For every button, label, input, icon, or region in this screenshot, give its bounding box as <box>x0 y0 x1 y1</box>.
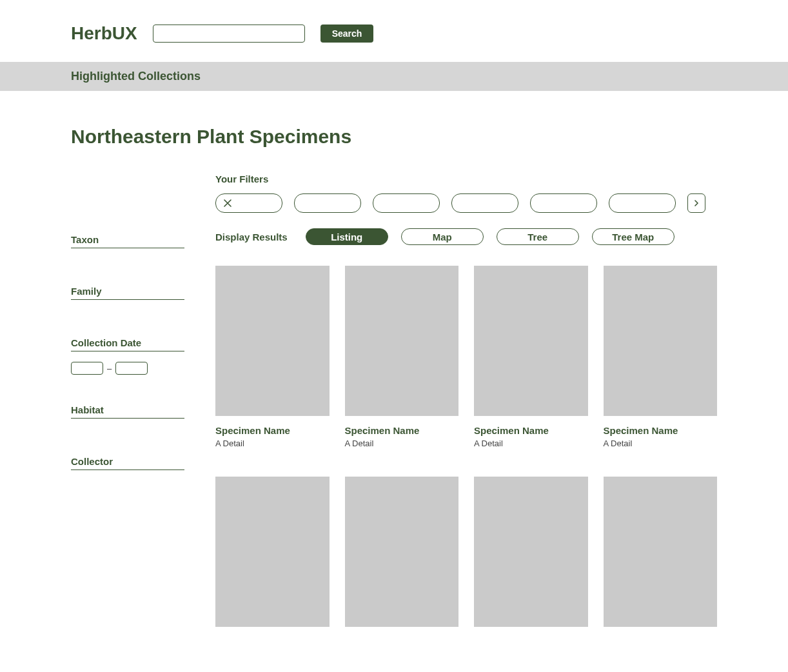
specimen-name: Specimen Name <box>215 425 330 436</box>
your-filters-label: Your Filters <box>215 173 717 184</box>
chevron-right-icon <box>693 197 700 209</box>
filter-label-collection-date: Collection Date <box>71 337 184 351</box>
specimen-thumbnail <box>215 477 330 627</box>
main-panel: Your Filters <box>215 173 717 636</box>
filter-chip[interactable] <box>294 193 361 213</box>
filter-chip[interactable] <box>373 193 440 213</box>
filter-chip[interactable] <box>530 193 597 213</box>
results-grid: Specimen Name A Detail Specimen Name A D… <box>215 266 717 636</box>
specimen-thumbnail <box>604 266 718 416</box>
specimen-detail: A Detail <box>604 439 718 448</box>
filter-chip-remove[interactable] <box>215 193 282 213</box>
specimen-name: Specimen Name <box>345 425 459 436</box>
sidebar-filters: Taxon Family Collection Date – Habitat <box>71 173 184 636</box>
filter-habitat[interactable]: Habitat <box>71 404 184 419</box>
tab-tree[interactable]: Tree <box>497 228 579 245</box>
specimen-card[interactable] <box>474 477 588 636</box>
tab-map[interactable]: Map <box>401 228 484 245</box>
highlighted-collections-bar: Highlighted Collections <box>0 62 788 91</box>
filter-collection-date: Collection Date – <box>71 337 184 375</box>
filter-label-taxon: Taxon <box>71 234 184 248</box>
specimen-thumbnail <box>345 477 459 627</box>
specimen-thumbnail <box>215 266 330 416</box>
filter-label-family: Family <box>71 286 184 300</box>
search-input[interactable] <box>153 25 305 43</box>
specimen-detail: A Detail <box>474 439 588 448</box>
specimen-thumbnail <box>474 266 588 416</box>
filter-taxon[interactable]: Taxon <box>71 234 184 248</box>
specimen-card[interactable] <box>345 477 459 636</box>
search-button[interactable]: Search <box>320 25 374 43</box>
tab-tree-map[interactable]: Tree Map <box>592 228 675 245</box>
specimen-card[interactable]: Specimen Name A Detail <box>474 266 588 448</box>
highlighted-collections-title: Highlighted Collections <box>71 70 717 83</box>
specimen-detail: A Detail <box>215 439 330 448</box>
page-title: Northeastern Plant Specimens <box>71 126 717 148</box>
specimen-thumbnail <box>604 477 718 627</box>
specimen-card[interactable]: Specimen Name A Detail <box>215 266 330 448</box>
specimen-detail: A Detail <box>345 439 459 448</box>
logo: HerbUX <box>71 23 137 44</box>
specimen-card[interactable]: Specimen Name A Detail <box>604 266 718 448</box>
filter-label-habitat: Habitat <box>71 404 184 419</box>
specimen-thumbnail <box>474 477 588 627</box>
specimen-card[interactable]: Specimen Name A Detail <box>345 266 459 448</box>
date-from-input[interactable] <box>71 362 103 375</box>
filter-collector[interactable]: Collector <box>71 456 184 470</box>
filter-chip[interactable] <box>451 193 518 213</box>
filter-chips-row <box>215 193 717 213</box>
date-range-separator: – <box>107 364 112 373</box>
filter-label-collector: Collector <box>71 456 184 470</box>
display-results-row: Display Results Listing Map Tree Tree Ma… <box>215 228 717 245</box>
close-icon <box>216 199 282 207</box>
filter-chip-more[interactable] <box>687 193 705 213</box>
specimen-name: Specimen Name <box>604 425 718 436</box>
display-results-label: Display Results <box>215 232 288 242</box>
tab-listing[interactable]: Listing <box>306 228 388 245</box>
specimen-card[interactable] <box>604 477 718 636</box>
topbar: HerbUX Search <box>0 0 788 62</box>
specimen-thumbnail <box>345 266 459 416</box>
filter-chip[interactable] <box>609 193 676 213</box>
date-to-input[interactable] <box>115 362 148 375</box>
specimen-card[interactable] <box>215 477 330 636</box>
filter-family[interactable]: Family <box>71 286 184 300</box>
specimen-name: Specimen Name <box>474 425 588 436</box>
